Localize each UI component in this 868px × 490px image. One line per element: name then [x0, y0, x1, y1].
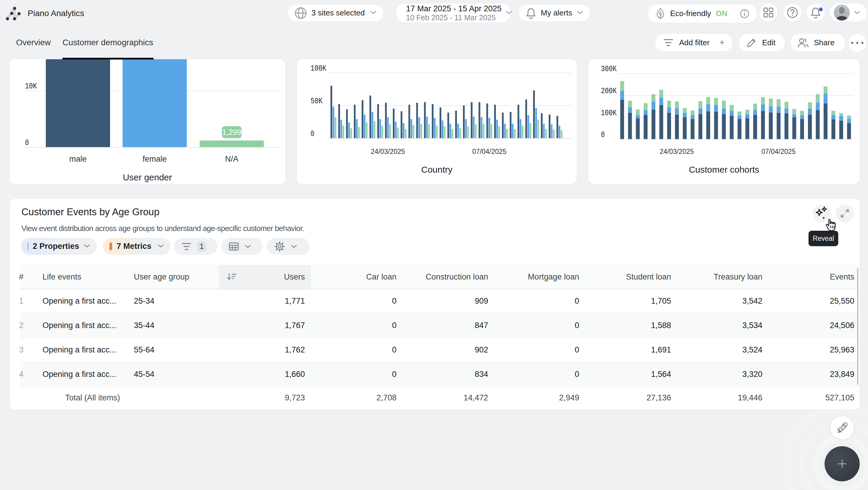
svg-text:Country: Country	[421, 165, 453, 174]
svg-text:Customer cohorts: Customer cohorts	[689, 165, 760, 174]
svg-text:male: male	[69, 154, 87, 164]
svg-text:0: 0	[25, 138, 29, 147]
svg-text:24/03/2025: 24/03/2025	[659, 148, 694, 155]
svg-text:User gender: User gender	[123, 172, 172, 182]
svg-text:300K: 300K	[601, 65, 617, 74]
svg-text:N/A: N/A	[225, 154, 238, 164]
svg-text:50K: 50K	[311, 97, 323, 106]
svg-text:10K: 10K	[25, 82, 37, 91]
svg-text:200K: 200K	[601, 87, 617, 95]
svg-text:100K: 100K	[311, 64, 327, 73]
svg-text:0: 0	[601, 131, 605, 139]
svg-text:100K: 100K	[601, 109, 617, 118]
svg-text:07/04/2025: 07/04/2025	[761, 148, 796, 155]
svg-text:24/03/2025: 24/03/2025	[371, 148, 405, 155]
svg-text:female: female	[143, 154, 166, 164]
svg-text:1,299: 1,299	[222, 128, 241, 137]
svg-text:0: 0	[311, 129, 314, 138]
svg-text:07/04/2025: 07/04/2025	[472, 148, 506, 155]
